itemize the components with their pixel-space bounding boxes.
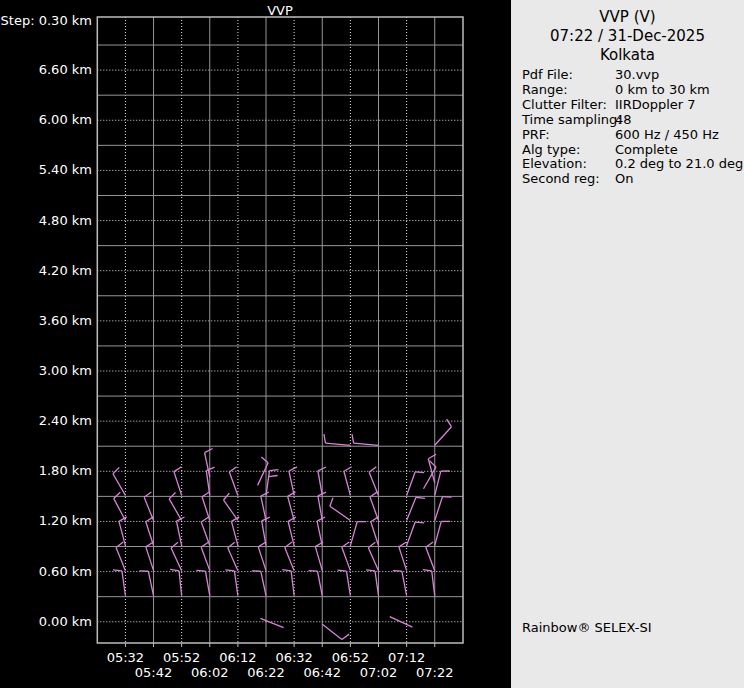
field-value: 30.vvp (615, 68, 659, 83)
x-axis-label: 06:02 (186, 665, 234, 680)
wind-barb (322, 624, 349, 639)
x-axis-label: 06:32 (270, 650, 318, 665)
wind-barb (435, 471, 450, 495)
panel-datetime: 07:22 / 31-Dec-2025 (511, 27, 744, 46)
wind-barb (352, 434, 378, 445)
wind-barb (174, 467, 182, 496)
wind-barb (317, 517, 325, 546)
metadata-row: Pdf File:30.vvp (522, 68, 742, 83)
x-axis-label: 05:42 (130, 665, 178, 680)
wind-barb (435, 497, 452, 521)
wind-barb (206, 467, 214, 495)
x-axis-label: 07:22 (411, 665, 459, 680)
field-label: Elevation: (522, 157, 615, 172)
y-axis-label: 6.60 km (0, 62, 92, 77)
wind-barb (205, 448, 213, 477)
wind-barb (371, 517, 379, 546)
field-label: Second reg: (522, 172, 615, 187)
field-value: 0 km to 30 km (615, 83, 710, 98)
wind-barb (282, 570, 294, 596)
wind-barb (423, 570, 435, 596)
wind-barb (229, 467, 238, 496)
wind-barb (309, 571, 323, 596)
field-label: Clutter Filter: (522, 98, 615, 113)
wind-profile-chart: VVP Step: 0.30 km 6.60 km6.00 km5.40 km4… (0, 0, 511, 688)
vvp-window: VVP Step: 0.30 km 6.60 km6.00 km5.40 km4… (0, 0, 744, 688)
wind-barb (196, 570, 209, 595)
field-value: On (615, 172, 633, 187)
wind-barb (350, 522, 366, 546)
panel-site: Kolkata (511, 46, 744, 65)
field-value: Complete (615, 143, 678, 158)
x-axis-label: 05:32 (101, 650, 149, 665)
metadata-row: PRF:600 Hz / 450 Hz (522, 128, 742, 143)
brand-footer: Rainbow® SELEX-SI (522, 620, 652, 635)
wind-barb (170, 569, 182, 595)
wind-barb (176, 517, 184, 546)
wind-barb (260, 618, 283, 627)
wind-barb (266, 470, 278, 496)
field-label: Time sampling: (522, 113, 615, 128)
field-label: PRF: (522, 128, 615, 143)
field-value: IIRDoppler 7 (615, 98, 696, 113)
wind-barb (390, 617, 413, 628)
wind-barb (407, 472, 425, 495)
field-label: Alg type: (522, 143, 615, 158)
step-label: Step: 0.30 km (0, 13, 92, 28)
metadata-row: Time sampling:48 (522, 113, 742, 128)
y-axis-label: 0.00 km (0, 614, 92, 629)
y-axis-label: 3.60 km (0, 313, 92, 328)
metadata-row: Alg type:Complete (522, 143, 742, 158)
wind-barb (330, 498, 350, 521)
metadata-fields: Pdf File:30.vvpRange:0 km to 30 kmClutte… (522, 68, 742, 187)
y-axis-label: 4.20 km (0, 263, 92, 278)
y-axis-label: 5.40 km (0, 162, 92, 177)
wind-barb (324, 434, 350, 445)
chart-canvas (0, 0, 511, 688)
metadata-row: Clutter Filter:IIRDoppler 7 (522, 98, 742, 113)
metadata-row: Second reg:On (522, 172, 742, 187)
plot-border (97, 17, 463, 643)
field-value: 0.2 deg to 21.0 deg (615, 157, 743, 172)
metadata-row: Elevation:0.2 deg to 21.0 deg (522, 157, 742, 172)
wind-barb (252, 571, 266, 596)
field-label: Pdf File: (522, 68, 615, 83)
field-label: Range: (522, 83, 615, 98)
wind-barb (139, 571, 153, 596)
y-axis-label: 6.00 km (0, 112, 92, 127)
y-axis-label: 2.40 km (0, 413, 92, 428)
chart-title: VVP (97, 3, 463, 18)
wind-barb (113, 570, 125, 596)
x-axis-label: 06:12 (214, 650, 262, 665)
wind-barb (338, 570, 351, 596)
wind-barb (146, 517, 154, 546)
wind-barb (224, 493, 238, 520)
panel-header: VVP (V) 07:22 / 31-Dec-2025 Kolkata (511, 0, 744, 65)
x-axis-label: 06:52 (326, 650, 374, 665)
wind-barb (393, 571, 407, 596)
y-axis-label: 1.20 km (0, 513, 92, 528)
x-axis-label: 05:52 (158, 650, 206, 665)
field-value: 48 (615, 113, 632, 128)
wind-barb (366, 570, 378, 596)
y-axis-label: 1.80 km (0, 463, 92, 478)
wind-barb (288, 517, 296, 546)
wind-barb (407, 497, 425, 520)
x-axis-label: 07:12 (383, 650, 431, 665)
y-axis-label: 4.80 km (0, 213, 92, 228)
x-axis-label: 06:22 (242, 665, 290, 680)
y-axis-label: 3.00 km (0, 363, 92, 378)
x-axis-label: 06:42 (298, 665, 346, 680)
wind-barb (407, 522, 425, 545)
metadata-row: Range:0 km to 30 km (522, 83, 742, 98)
wind-barb (225, 570, 237, 596)
panel-title: VVP (V) (511, 8, 744, 27)
info-panel: VVP (V) 07:22 / 31-Dec-2025 Kolkata Pdf … (511, 0, 744, 688)
wind-barb (435, 419, 452, 445)
field-value: 600 Hz / 450 Hz (615, 128, 719, 143)
wind-barb (435, 521, 450, 545)
x-axis-label: 07:02 (355, 665, 403, 680)
y-axis-label: 0.60 km (0, 564, 92, 579)
